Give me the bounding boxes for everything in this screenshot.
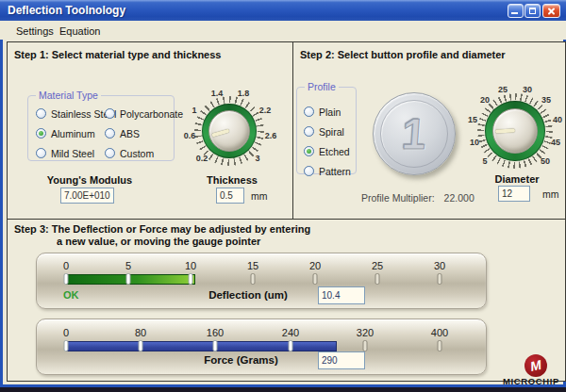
profile-multiplier: Profile Multiplier:22.000 bbox=[361, 192, 474, 204]
maximize-icon bbox=[529, 8, 536, 14]
diameter-scale-label: 15 bbox=[468, 115, 477, 124]
material-type-group-label: Material Type bbox=[36, 90, 101, 101]
deflection-tick bbox=[64, 273, 69, 285]
deflection-tick-label: 30 bbox=[434, 260, 445, 271]
force-tick bbox=[139, 340, 143, 351]
deflection-tick bbox=[375, 273, 380, 285]
force-bar[interactable] bbox=[66, 341, 337, 351]
close-button[interactable] bbox=[542, 4, 560, 18]
step3-heading-line2: a new value, or moving the gauge pointer bbox=[57, 236, 260, 247]
radio-selected-icon bbox=[36, 128, 46, 139]
force-tick-label: 240 bbox=[282, 327, 299, 338]
microchip-wordmark: MICROCHIP bbox=[493, 376, 566, 386]
microchip-logo-icon: M bbox=[524, 354, 547, 377]
minimize-button[interactable] bbox=[508, 4, 524, 18]
force-tick bbox=[64, 340, 69, 351]
diameter-scale-label: 30 bbox=[523, 85, 532, 94]
button-preview-number: 1 bbox=[371, 93, 458, 174]
app-window: Deflection Toolnology Settings Equation … bbox=[0, 0, 566, 387]
force-tick-label: 400 bbox=[431, 327, 448, 338]
diameter-scale-label: 25 bbox=[498, 85, 508, 94]
radio-plain[interactable]: Plain bbox=[304, 103, 341, 115]
deflection-tick-label: 0 bbox=[63, 260, 69, 271]
radio-abs[interactable]: ABS bbox=[105, 124, 140, 137]
title-bar[interactable]: Deflection Toolnology bbox=[0, 0, 566, 22]
diameter-scale-label: 5 bbox=[482, 156, 487, 166]
force-tick bbox=[289, 340, 293, 351]
thickness-scale-label: 1 bbox=[191, 106, 196, 115]
diameter-scale-label: 35 bbox=[541, 95, 551, 105]
force-input[interactable] bbox=[318, 351, 365, 369]
step3-heading-line1: Step 3: The Deflection or Force may be a… bbox=[14, 223, 310, 235]
diameter-scale-label: 10 bbox=[470, 138, 479, 147]
force-tick bbox=[438, 340, 442, 351]
menu-equation[interactable]: Equation bbox=[59, 25, 100, 37]
radio-icon bbox=[36, 108, 46, 119]
radio-custom[interactable]: Custom bbox=[105, 144, 154, 156]
deflection-tick bbox=[251, 273, 256, 285]
maximize-button[interactable] bbox=[524, 4, 541, 18]
thickness-scale-label: 1.4 bbox=[211, 89, 224, 98]
diameter-label: Diameter bbox=[489, 173, 545, 185]
menu-settings[interactable]: Settings bbox=[16, 25, 54, 37]
thickness-input[interactable] bbox=[216, 188, 244, 204]
youngs-modulus-label: Young's Modulus bbox=[37, 174, 142, 186]
thickness-scale-label: 2.6 bbox=[265, 131, 277, 140]
deflection-tick bbox=[313, 273, 318, 285]
radio-icon bbox=[105, 128, 115, 139]
radio-icon bbox=[304, 106, 314, 117]
thickness-scale-label: 0.2 bbox=[196, 154, 208, 163]
thickness-label: Thickness bbox=[192, 174, 272, 186]
deflection-tick bbox=[189, 273, 193, 285]
diameter-scale-label: 50 bbox=[541, 156, 550, 166]
force-tick-label: 0 bbox=[63, 327, 69, 338]
radio-etched[interactable]: Etched bbox=[304, 142, 350, 155]
minimize-icon bbox=[511, 12, 518, 14]
thickness-scale-label: 2.2 bbox=[259, 106, 272, 115]
profile-multiplier-value: 22.000 bbox=[444, 192, 474, 204]
thickness-unit: mm bbox=[251, 190, 268, 202]
youngs-modulus-input[interactable] bbox=[60, 188, 114, 204]
force-tick-label: 160 bbox=[207, 327, 224, 338]
radio-polycarbonate[interactable]: Polycarbonate bbox=[105, 105, 183, 117]
profile-multiplier-label: Profile Multiplier: bbox=[361, 192, 435, 204]
diameter-scale-label: 40 bbox=[553, 115, 562, 124]
deflection-bar[interactable] bbox=[66, 274, 195, 285]
profile-group: Profile Plain Spiral Etched Pattern bbox=[296, 87, 357, 174]
radio-icon bbox=[105, 148, 115, 158]
material-type-group: Material Type Stainless Steel Aluminum M… bbox=[27, 95, 175, 161]
thickness-scale-label: 0.6 bbox=[184, 131, 196, 140]
step2-heading: Step 2: Select button profile and diamet… bbox=[300, 49, 506, 60]
radio-aluminum[interactable]: Aluminum bbox=[36, 124, 95, 137]
deflection-tick bbox=[438, 273, 442, 285]
radio-spiral[interactable]: Spiral bbox=[304, 122, 344, 135]
deflection-status: OK bbox=[63, 289, 79, 301]
window-title: Deflection Toolnology bbox=[8, 4, 125, 17]
radio-icon bbox=[36, 148, 46, 158]
force-tick-label: 320 bbox=[357, 327, 374, 338]
force-tick-label: 80 bbox=[135, 327, 146, 338]
diameter-input[interactable] bbox=[498, 186, 530, 202]
diameter-scale-label: 45 bbox=[551, 138, 560, 147]
diameter-unit: mm bbox=[542, 188, 559, 200]
deflection-label: Deflection (um) bbox=[182, 289, 314, 301]
menu-bar: Settings Equation bbox=[0, 21, 566, 40]
deflection-tick-label: 25 bbox=[372, 260, 383, 271]
microchip-logo-letter: M bbox=[529, 358, 542, 373]
deflection-tick-label: 5 bbox=[125, 260, 131, 271]
radio-pattern[interactable]: Pattern bbox=[304, 162, 351, 174]
button-preview: 1 bbox=[373, 92, 456, 175]
thickness-scale-label: 3 bbox=[255, 154, 259, 163]
deflection-tick-label: 15 bbox=[247, 260, 258, 271]
diameter-scale-label: 20 bbox=[480, 95, 490, 105]
deflection-tick-label: 20 bbox=[309, 260, 321, 271]
deflection-tick bbox=[126, 273, 131, 285]
step1-heading: Step 1: Select material type and thickne… bbox=[14, 49, 221, 60]
radio-mild-steel[interactable]: Mild Steel bbox=[36, 144, 94, 156]
force-tick bbox=[213, 340, 218, 351]
deflection-input[interactable] bbox=[318, 286, 365, 304]
thickness-scale-label: 1.8 bbox=[238, 89, 250, 98]
radio-icon bbox=[304, 126, 314, 137]
force-tick bbox=[363, 340, 368, 351]
deflection-tick-label: 10 bbox=[185, 260, 196, 271]
